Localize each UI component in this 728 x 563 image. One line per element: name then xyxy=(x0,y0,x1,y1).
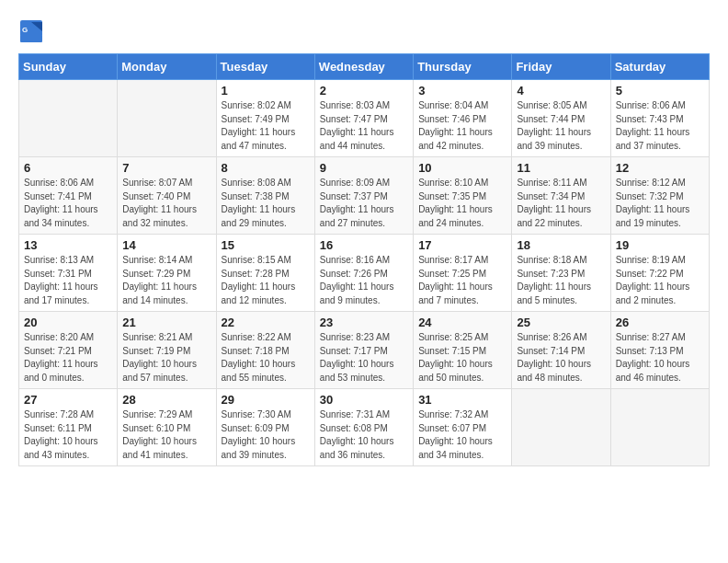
calendar-cell: 2Sunrise: 8:03 AM Sunset: 7:47 PM Daylig… xyxy=(314,80,413,157)
calendar-day-header: Friday xyxy=(512,54,610,80)
day-info: Sunrise: 8:22 AM Sunset: 7:18 PM Dayligh… xyxy=(222,331,310,385)
calendar-table: SundayMondayTuesdayWednesdayThursdayFrid… xyxy=(18,53,710,466)
calendar-cell: 14Sunrise: 8:14 AM Sunset: 7:29 PM Dayli… xyxy=(118,235,216,312)
day-info: Sunrise: 8:25 AM Sunset: 7:15 PM Dayligh… xyxy=(418,331,506,385)
day-info: Sunrise: 7:31 AM Sunset: 6:08 PM Dayligh… xyxy=(320,408,408,462)
day-info: Sunrise: 8:06 AM Sunset: 7:41 PM Dayligh… xyxy=(24,177,112,230)
day-number: 26 xyxy=(616,316,704,329)
calendar-cell: 7Sunrise: 8:07 AM Sunset: 7:40 PM Daylig… xyxy=(118,157,216,235)
calendar-day-header: Saturday xyxy=(610,54,709,80)
calendar-cell: 17Sunrise: 8:17 AM Sunset: 7:25 PM Dayli… xyxy=(414,235,512,312)
day-info: Sunrise: 8:19 AM Sunset: 7:22 PM Dayligh… xyxy=(616,254,704,307)
calendar-week-row: 6Sunrise: 8:06 AM Sunset: 7:41 PM Daylig… xyxy=(19,157,710,235)
calendar-cell: 21Sunrise: 8:21 AM Sunset: 7:19 PM Dayli… xyxy=(118,312,216,389)
calendar-cell: 8Sunrise: 8:08 AM Sunset: 7:38 PM Daylig… xyxy=(216,157,314,235)
day-number: 22 xyxy=(222,316,310,329)
page: G SundayMondayTuesdayWednesdayThursdayFr… xyxy=(0,0,728,476)
day-info: Sunrise: 8:16 AM Sunset: 7:26 PM Dayligh… xyxy=(320,254,408,307)
day-info: Sunrise: 8:18 AM Sunset: 7:23 PM Dayligh… xyxy=(517,254,605,307)
calendar-cell: 24Sunrise: 8:25 AM Sunset: 7:15 PM Dayli… xyxy=(414,312,512,389)
calendar-cell: 6Sunrise: 8:06 AM Sunset: 7:41 PM Daylig… xyxy=(19,157,118,235)
day-number: 27 xyxy=(24,393,112,407)
calendar-cell: 26Sunrise: 8:27 AM Sunset: 7:13 PM Dayli… xyxy=(610,312,709,389)
day-info: Sunrise: 8:23 AM Sunset: 7:17 PM Dayligh… xyxy=(320,331,408,385)
calendar-cell: 28Sunrise: 7:29 AM Sunset: 6:10 PM Dayli… xyxy=(118,389,216,466)
svg-rect-2 xyxy=(20,35,42,42)
day-number: 11 xyxy=(517,161,605,175)
calendar-cell: 10Sunrise: 8:10 AM Sunset: 7:35 PM Dayli… xyxy=(414,157,512,235)
calendar-cell: 5Sunrise: 8:06 AM Sunset: 7:43 PM Daylig… xyxy=(610,80,709,157)
day-number: 10 xyxy=(418,161,506,175)
calendar-cell: 25Sunrise: 8:26 AM Sunset: 7:14 PM Dayli… xyxy=(512,312,610,389)
calendar-cell: 4Sunrise: 8:05 AM Sunset: 7:44 PM Daylig… xyxy=(512,80,610,157)
calendar-cell: 27Sunrise: 7:28 AM Sunset: 6:11 PM Dayli… xyxy=(19,389,118,466)
day-number: 1 xyxy=(222,84,310,98)
calendar-cell: 22Sunrise: 8:22 AM Sunset: 7:18 PM Dayli… xyxy=(216,312,314,389)
calendar-day-header: Monday xyxy=(118,54,216,80)
day-number: 7 xyxy=(122,161,210,175)
day-info: Sunrise: 8:05 AM Sunset: 7:44 PM Dayligh… xyxy=(517,99,605,153)
calendar-cell: 12Sunrise: 8:12 AM Sunset: 7:32 PM Dayli… xyxy=(610,157,709,235)
day-number: 25 xyxy=(517,316,605,329)
day-number: 19 xyxy=(616,238,704,252)
day-info: Sunrise: 8:06 AM Sunset: 7:43 PM Dayligh… xyxy=(616,99,704,153)
day-number: 31 xyxy=(418,393,506,407)
calendar-week-row: 27Sunrise: 7:28 AM Sunset: 6:11 PM Dayli… xyxy=(19,389,710,466)
day-number: 9 xyxy=(320,161,408,175)
calendar-cell: 3Sunrise: 8:04 AM Sunset: 7:46 PM Daylig… xyxy=(414,80,512,157)
calendar-day-header: Wednesday xyxy=(314,54,413,80)
calendar-cell xyxy=(610,389,709,466)
day-number: 24 xyxy=(418,316,506,329)
day-info: Sunrise: 8:20 AM Sunset: 7:21 PM Dayligh… xyxy=(24,331,112,385)
calendar-header-row: SundayMondayTuesdayWednesdayThursdayFrid… xyxy=(19,54,710,80)
day-number: 2 xyxy=(320,84,408,98)
calendar-day-header: Sunday xyxy=(19,54,118,80)
day-info: Sunrise: 8:15 AM Sunset: 7:28 PM Dayligh… xyxy=(222,254,310,307)
calendar-cell: 16Sunrise: 8:16 AM Sunset: 7:26 PM Dayli… xyxy=(314,235,413,312)
calendar-cell xyxy=(19,80,118,157)
day-info: Sunrise: 8:08 AM Sunset: 7:38 PM Dayligh… xyxy=(222,177,310,230)
day-number: 29 xyxy=(222,393,310,407)
day-info: Sunrise: 7:29 AM Sunset: 6:10 PM Dayligh… xyxy=(122,408,210,462)
calendar-cell: 30Sunrise: 7:31 AM Sunset: 6:08 PM Dayli… xyxy=(314,389,413,466)
calendar-cell: 9Sunrise: 8:09 AM Sunset: 7:37 PM Daylig… xyxy=(314,157,413,235)
day-info: Sunrise: 8:17 AM Sunset: 7:25 PM Dayligh… xyxy=(418,254,506,307)
calendar-cell: 11Sunrise: 8:11 AM Sunset: 7:34 PM Dayli… xyxy=(512,157,610,235)
day-number: 18 xyxy=(517,238,605,252)
day-info: Sunrise: 8:21 AM Sunset: 7:19 PM Dayligh… xyxy=(122,331,210,385)
day-number: 13 xyxy=(24,238,112,252)
calendar-week-row: 1Sunrise: 8:02 AM Sunset: 7:49 PM Daylig… xyxy=(19,80,710,157)
day-number: 14 xyxy=(122,238,210,252)
calendar-cell: 31Sunrise: 7:32 AM Sunset: 6:07 PM Dayli… xyxy=(414,389,512,466)
calendar-day-header: Tuesday xyxy=(216,54,314,80)
day-number: 16 xyxy=(320,238,408,252)
calendar-cell: 18Sunrise: 8:18 AM Sunset: 7:23 PM Dayli… xyxy=(512,235,610,312)
day-info: Sunrise: 7:32 AM Sunset: 6:07 PM Dayligh… xyxy=(418,408,506,462)
day-info: Sunrise: 8:02 AM Sunset: 7:49 PM Dayligh… xyxy=(222,99,310,153)
calendar-cell xyxy=(512,389,610,466)
calendar-cell: 20Sunrise: 8:20 AM Sunset: 7:21 PM Dayli… xyxy=(19,312,118,389)
day-info: Sunrise: 8:09 AM Sunset: 7:37 PM Dayligh… xyxy=(320,177,408,230)
day-number: 17 xyxy=(418,238,506,252)
calendar-cell: 15Sunrise: 8:15 AM Sunset: 7:28 PM Dayli… xyxy=(216,235,314,312)
calendar-cell: 13Sunrise: 8:13 AM Sunset: 7:31 PM Dayli… xyxy=(19,235,118,312)
day-info: Sunrise: 8:27 AM Sunset: 7:13 PM Dayligh… xyxy=(616,331,704,385)
logo-icon: G xyxy=(18,18,44,44)
day-info: Sunrise: 7:30 AM Sunset: 6:09 PM Dayligh… xyxy=(222,408,310,462)
header: G xyxy=(18,18,710,44)
logo: G xyxy=(18,18,46,44)
day-info: Sunrise: 8:07 AM Sunset: 7:40 PM Dayligh… xyxy=(122,177,210,230)
day-info: Sunrise: 8:10 AM Sunset: 7:35 PM Dayligh… xyxy=(418,177,506,230)
day-info: Sunrise: 8:03 AM Sunset: 7:47 PM Dayligh… xyxy=(320,99,408,153)
day-info: Sunrise: 8:04 AM Sunset: 7:46 PM Dayligh… xyxy=(418,99,506,153)
day-number: 3 xyxy=(418,84,506,98)
svg-text:G: G xyxy=(22,26,28,34)
day-info: Sunrise: 8:26 AM Sunset: 7:14 PM Dayligh… xyxy=(517,331,605,385)
calendar-week-row: 13Sunrise: 8:13 AM Sunset: 7:31 PM Dayli… xyxy=(19,235,710,312)
day-number: 21 xyxy=(122,316,210,329)
day-number: 12 xyxy=(616,161,704,175)
calendar-cell: 29Sunrise: 7:30 AM Sunset: 6:09 PM Dayli… xyxy=(216,389,314,466)
calendar-cell: 1Sunrise: 8:02 AM Sunset: 7:49 PM Daylig… xyxy=(216,80,314,157)
calendar-day-header: Thursday xyxy=(414,54,512,80)
day-number: 5 xyxy=(616,84,704,98)
